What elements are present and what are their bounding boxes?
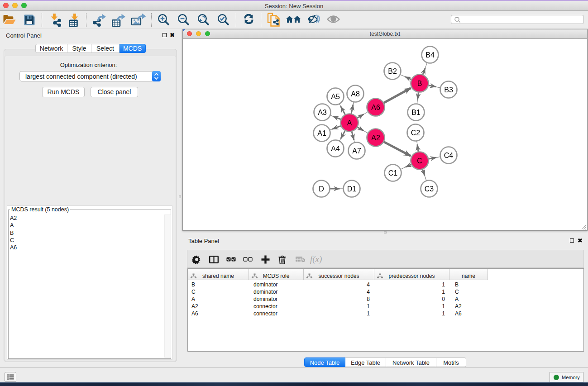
- svg-text:A3: A3: [318, 109, 327, 116]
- svg-text:A8: A8: [351, 90, 360, 98]
- svg-text:C2: C2: [411, 129, 421, 137]
- svg-text:A2: A2: [371, 134, 380, 142]
- svg-text:C4: C4: [444, 152, 454, 159]
- svg-text:C3: C3: [425, 185, 434, 193]
- svg-text:C: C: [417, 157, 422, 165]
- svg-text:D: D: [319, 185, 324, 193]
- svg-text:A5: A5: [331, 93, 340, 100]
- svg-text:D1: D1: [347, 185, 357, 193]
- svg-text:C1: C1: [388, 169, 398, 177]
- svg-text:B1: B1: [411, 109, 421, 116]
- svg-text:A6: A6: [371, 104, 380, 111]
- svg-text:A7: A7: [352, 147, 361, 155]
- svg-text:B: B: [417, 80, 422, 87]
- svg-text:A1: A1: [317, 129, 326, 137]
- svg-text:B4: B4: [425, 51, 435, 59]
- svg-text:A: A: [347, 119, 352, 127]
- svg-text:B2: B2: [388, 67, 397, 75]
- svg-text:B3: B3: [444, 86, 453, 94]
- svg-text:A4: A4: [331, 145, 340, 152]
